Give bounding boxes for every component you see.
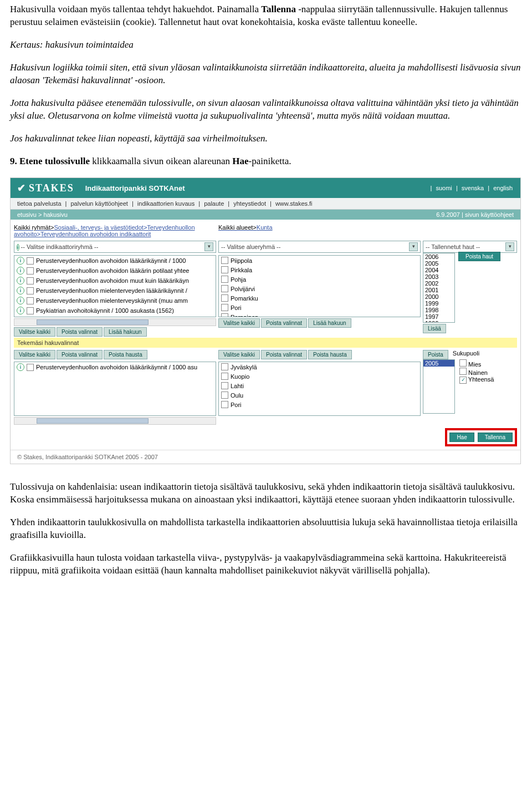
screenshot-sotkanet: ✔ STAKES Indikaattoripankki SOTKAnet | s… <box>10 177 521 464</box>
indicator-listbox[interactable]: iPerusterveydenhuollon avohoidon lääkäri… <box>14 255 216 317</box>
search-button[interactable]: Hae <box>449 433 474 442</box>
gender-options: Mies Nainen Yhteensä <box>459 359 494 425</box>
paragraph-1: Hakusivulla voidaan myös tallentaa tehdy… <box>10 3 522 29</box>
scrollbar[interactable] <box>14 417 216 425</box>
area-group-select[interactable]: -- Valitse alueryhmä -- ▾ <box>218 241 421 253</box>
chosen-area-listbox[interactable]: Jyväskylä Kuopio Lahti Oulu Pori <box>218 362 421 416</box>
paragraph-8: Yhden indikaattorin taulukkosivulla on m… <box>10 516 522 542</box>
app-header: ✔ STAKES Indikaattoripankki SOTKAnet | s… <box>11 178 520 198</box>
select-all-button[interactable]: Valitse kaikki <box>14 350 55 359</box>
clear-selection-button[interactable]: Poista valinnat <box>261 350 307 359</box>
remove-from-search-button[interactable]: Poista hausta <box>104 350 147 359</box>
paragraph-recap-heading: Kertaus: hakusivun toimintaidea <box>10 39 522 52</box>
paragraph-7: Tulossivuja on kahdenlaisia: usean indik… <box>10 481 522 506</box>
scrollbar[interactable] <box>14 318 216 326</box>
check-icon: ✔ <box>17 182 27 194</box>
chosen-year-listbox[interactable]: 2005 <box>423 359 455 414</box>
paragraph-recap-2: Jotta hakusivulta pääsee etenemään tulos… <box>10 97 522 123</box>
app-footer: © Stakes, Indikaattoripankki SOTKAnet 20… <box>11 450 520 464</box>
search-save-highlight: Hae Tallenna <box>445 428 517 446</box>
chosen-indicator-listbox[interactable]: iPerusterveydenhuollon avohoidon lääkäri… <box>14 362 216 416</box>
save-button[interactable]: Tallenna <box>478 433 513 442</box>
gender-total-checkbox[interactable] <box>459 377 467 384</box>
info-icon: i <box>17 244 19 251</box>
page-help-link[interactable]: sivun käyttöohjeet <box>465 211 514 218</box>
chevron-down-icon: ▾ <box>505 242 514 251</box>
remove-year-button[interactable]: Poista <box>423 350 448 359</box>
clear-selection-button[interactable]: Poista valinnat <box>57 327 103 337</box>
remove-from-search-button[interactable]: Poista hausta <box>308 350 352 359</box>
add-year-button[interactable]: Lisää <box>423 324 446 333</box>
app-title: Indikaattoripankki SOTKAnet <box>85 184 185 192</box>
select-all-button[interactable]: Valitse kaikki <box>218 350 260 359</box>
clear-selection-button[interactable]: Poista valinnat <box>57 350 103 359</box>
select-all-button[interactable]: Valitse kaikki <box>14 327 55 337</box>
language-links[interactable]: | suomi | svenska | english <box>429 185 514 191</box>
select-all-button[interactable]: Valitse kaikki <box>218 318 260 328</box>
indicator-breadcrumb[interactable]: Kaikki ryhmät>Sosiaali-, terveys- ja väe… <box>14 223 216 241</box>
chevron-down-icon: ▾ <box>204 242 213 251</box>
top-nav[interactable]: tietoa palvelusta | palvelun käyttöohjee… <box>11 198 520 210</box>
paragraph-recap-3: Jos hakuvalinnat tekee liian nopeasti, k… <box>10 133 522 145</box>
stakes-logo: ✔ STAKES <box>17 182 74 194</box>
indicator-group-select[interactable]: i -- Valitse indikaattoriryhmä -- ▾ <box>14 241 216 253</box>
delete-saved-searches-button[interactable]: Poista haut <box>458 252 500 261</box>
saved-searches-select[interactable]: -- Tallennetut haut -- ▾ <box>423 241 517 253</box>
selections-heading: Tekemäsi hakuvalinnat <box>14 338 517 348</box>
breadcrumb-bar: etusivu > hakusivu 6.9.2007 | sivun käyt… <box>11 210 520 220</box>
year-listbox[interactable]: 20062005 20042003 20022001 20001999 1998… <box>423 253 455 323</box>
area-listbox[interactable]: Piippola Pirkkala Pohja Polvijärvi Pomar… <box>218 255 421 317</box>
paragraph-recap-1: Hakusivun logiikka toimii siten, että si… <box>10 62 522 87</box>
chevron-down-icon: ▾ <box>409 242 418 251</box>
step-9: 9. Etene tulossivulle klikkaamalla sivun… <box>10 155 522 168</box>
gender-heading: Sukupuoli <box>449 350 479 359</box>
gender-male-checkbox[interactable] <box>459 359 467 367</box>
area-breadcrumb[interactable]: Kaikki alueet>Kunta <box>218 223 421 234</box>
clear-selection-button[interactable]: Poista valinnat <box>261 318 307 328</box>
add-to-search-button[interactable]: Lisää hakuun <box>308 318 351 328</box>
paragraph-9: Grafiikkasivuilla haun tulosta voidaan t… <box>10 552 522 577</box>
gender-female-checkbox[interactable] <box>459 368 467 375</box>
breadcrumb[interactable]: etusivu > hakusivu <box>17 211 68 218</box>
add-to-search-button[interactable]: Lisää hakuun <box>104 327 147 337</box>
